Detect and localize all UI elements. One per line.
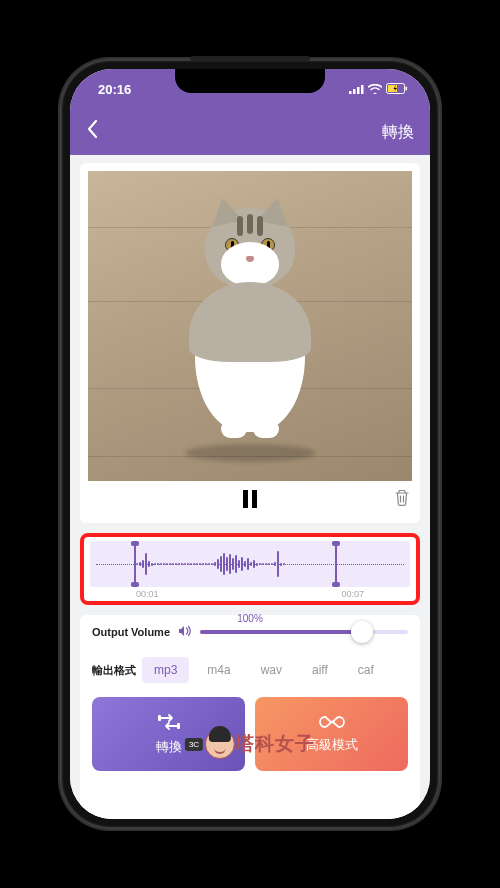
phone-frame: 20:16 轉換	[60, 59, 440, 829]
nav-title: 轉換	[382, 122, 414, 143]
trim-start-time: 00:01	[136, 589, 159, 599]
format-row: 輸出格式 mp3 m4a wav aiff caf	[92, 657, 408, 683]
svg-rect-7	[243, 490, 248, 508]
watermark-badge: 3C	[185, 738, 203, 751]
convert-label: 轉換	[156, 738, 182, 756]
trim-end-time: 00:07	[341, 589, 364, 599]
battery-charging-icon	[386, 82, 408, 97]
chevron-left-icon	[86, 119, 98, 139]
cat-illustration	[180, 208, 320, 448]
delete-button[interactable]	[394, 489, 410, 511]
video-thumbnail[interactable]	[88, 171, 412, 481]
waveform-card-highlighted: 00:01 00:07	[80, 533, 420, 605]
speaker-icon	[178, 625, 192, 639]
volume-label: Output Volume	[92, 626, 170, 638]
format-option-caf[interactable]: caf	[346, 657, 386, 683]
svg-rect-10	[177, 723, 180, 729]
format-label: 輸出格式	[92, 663, 136, 678]
volume-row: 100% Output Volume	[92, 625, 408, 639]
format-option-mp3[interactable]: mp3	[142, 657, 189, 683]
settings-card: 100% Output Volume 輸出格式 mp3 m4a wav ai	[80, 615, 420, 819]
trash-icon	[394, 489, 410, 507]
content-area: 00:01 00:07 100% Output Volume	[70, 155, 430, 819]
wifi-icon	[368, 82, 382, 97]
trim-handle-start[interactable]	[134, 543, 136, 585]
svg-rect-9	[158, 715, 161, 721]
volume-slider[interactable]	[200, 630, 408, 634]
signal-icon	[349, 82, 364, 97]
back-button[interactable]	[86, 119, 98, 145]
waveform-bars	[98, 541, 402, 587]
convert-icon	[158, 713, 180, 734]
svg-rect-1	[353, 89, 356, 94]
svg-rect-3	[361, 85, 364, 94]
format-option-wav[interactable]: wav	[249, 657, 294, 683]
format-option-m4a[interactable]: m4a	[195, 657, 242, 683]
infinity-icon	[319, 715, 345, 732]
watermark-avatar	[205, 729, 235, 759]
svg-rect-2	[357, 87, 360, 94]
watermark: 3C 塔科女子	[185, 729, 315, 759]
volume-slider-thumb[interactable]	[351, 621, 373, 643]
pause-icon	[241, 489, 259, 509]
watermark-text: 塔科女子	[235, 731, 315, 757]
waveform-times: 00:01 00:07	[90, 589, 410, 599]
pause-button[interactable]	[241, 489, 259, 513]
player-controls	[88, 481, 412, 515]
svg-rect-0	[349, 91, 352, 94]
svg-rect-8	[252, 490, 257, 508]
format-option-aiff[interactable]: aiff	[300, 657, 340, 683]
nav-bar: 轉換	[70, 109, 430, 155]
svg-rect-5	[406, 86, 408, 90]
waveform-trimmer[interactable]	[90, 541, 410, 587]
screen: 20:16 轉換	[70, 69, 430, 819]
status-time: 20:16	[98, 82, 131, 97]
volume-percent: 100%	[237, 613, 263, 624]
notch	[175, 69, 325, 93]
trim-handle-end[interactable]	[335, 543, 337, 585]
video-preview-card	[80, 163, 420, 523]
